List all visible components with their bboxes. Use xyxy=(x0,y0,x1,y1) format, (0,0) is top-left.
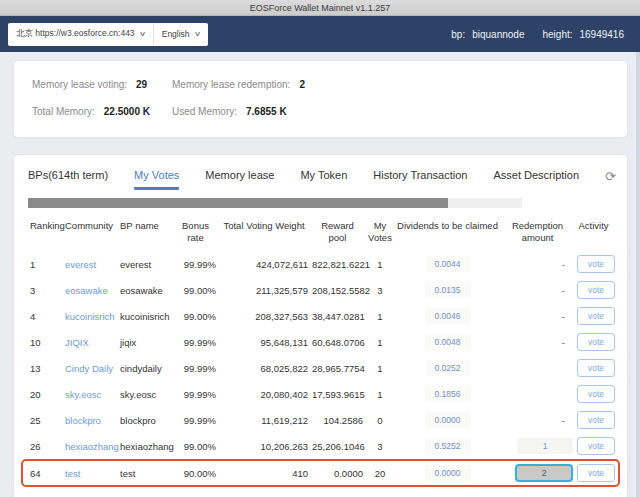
votes-card: BPs(614th term)My VotesMemory leaseMy To… xyxy=(13,154,628,497)
community-cell: everest xyxy=(63,259,118,270)
table-row: 4kucoinisrichkucoinisrich99.00%208,327,5… xyxy=(28,303,613,329)
column-header: Dividends to be claimed xyxy=(395,220,500,232)
column-header: Total Voting Weight xyxy=(218,220,310,232)
reward-pool-cell: 104.2586 xyxy=(310,415,365,426)
tab-bps-614th-term[interactable]: BPs(614th term) xyxy=(28,169,108,190)
node-select-value: 北京 https://w3.eosforce.cn:443 xyxy=(16,28,135,40)
dividends-cell: 0.0000 xyxy=(395,465,500,481)
dividends-value[interactable]: 0.0048 xyxy=(425,334,471,350)
reward-pool-cell: 25,206.1046 xyxy=(310,441,365,452)
activity-cell: vote xyxy=(575,385,612,403)
column-header: Activity xyxy=(575,220,612,232)
tab-memory-lease[interactable]: Memory lease xyxy=(205,169,274,190)
dividends-value[interactable]: 0.5252 xyxy=(425,438,471,454)
community-link[interactable]: kucoinisrich xyxy=(65,311,115,322)
total-voting-weight-cell: 424,072,611 xyxy=(218,259,310,270)
memory-info-value: 29 xyxy=(136,79,147,90)
table-row: 3eosawakeeosawake99.00%211,325,579208,15… xyxy=(28,277,613,303)
table-header-row: RankingCommunityBP nameBonus rateTotal V… xyxy=(28,220,613,244)
vote-button[interactable]: vote xyxy=(577,411,615,429)
memory-info-row: Memory lease voting:29Memory lease redem… xyxy=(32,71,609,98)
redemption-cell: - xyxy=(500,311,575,322)
scrollbar[interactable] xyxy=(636,52,640,497)
community-link[interactable]: hexiaozhang xyxy=(65,441,119,452)
node-select[interactable]: 北京 https://w3.eosforce.cn:443 ∨ xyxy=(8,23,153,46)
table-row: 26hexiaozhanghexiaozhang99.00%10,206,263… xyxy=(28,433,613,459)
dividends-value[interactable]: 0.0135 xyxy=(425,282,471,298)
bp-name-cell: test xyxy=(118,468,173,479)
vote-button[interactable]: vote xyxy=(577,255,615,273)
redemption-dash: - xyxy=(562,337,573,348)
ranking-cell: 4 xyxy=(28,311,63,322)
dividends-cell: 0.5252 xyxy=(395,438,500,454)
redemption-dash: - xyxy=(562,285,573,296)
window-titlebar: EOSForce Wallet Mainnet v1.1.257 xyxy=(0,0,640,16)
column-header: Community xyxy=(63,220,118,232)
vote-button[interactable]: vote xyxy=(577,385,615,403)
dividends-value[interactable]: 0.0000 xyxy=(425,412,471,428)
bonus-rate-cell: 99.99% xyxy=(173,389,218,400)
bp-status: bp: biquannode xyxy=(451,29,524,40)
reward-pool-cell: 208,152.5582 xyxy=(310,285,365,296)
bonus-rate-cell: 99.00% xyxy=(173,285,218,296)
bp-name-cell: everest xyxy=(118,259,173,270)
memory-info-label: Total Memory: xyxy=(32,106,95,117)
height-status: height: 16949416 xyxy=(542,29,624,40)
vote-button[interactable]: vote xyxy=(577,359,615,377)
dividends-cell: 0.0048 xyxy=(395,334,500,350)
dividends-cell: 0.0000 xyxy=(395,412,500,428)
memory-info-pair: Memory lease voting:29 xyxy=(32,79,172,90)
community-link[interactable]: Cindy Daily xyxy=(65,363,113,374)
tab-my-votes[interactable]: My Votes xyxy=(134,169,179,190)
memory-info-label: Memory lease redemption: xyxy=(172,79,290,90)
redemption-amount[interactable]: 1 xyxy=(517,438,573,454)
community-link[interactable]: eosawake xyxy=(65,285,108,296)
ranking-cell: 20 xyxy=(28,389,63,400)
dividends-value[interactable]: 0.0046 xyxy=(425,308,471,324)
column-header: Ranking xyxy=(28,220,63,232)
reward-pool-cell: 0.0000 xyxy=(310,468,365,479)
dividends-value[interactable]: 0.1856 xyxy=(425,386,471,402)
memory-info-label: Used Memory: xyxy=(172,106,237,117)
bp-name-cell: hexiaozhang xyxy=(118,441,173,452)
tab-my-token[interactable]: My Token xyxy=(300,169,347,190)
bp-name-cell: sky.eosc xyxy=(118,389,173,400)
dividends-cell: 0.0252 xyxy=(395,360,500,376)
vote-button[interactable]: vote xyxy=(577,333,615,351)
tab-history-transaction[interactable]: History Transaction xyxy=(373,169,467,190)
memory-info-value: 22.5000 K xyxy=(104,106,150,117)
ranking-cell: 3 xyxy=(28,285,63,296)
reward-pool-cell: 28,965.7754 xyxy=(310,363,365,374)
activity-cell: vote xyxy=(575,333,612,351)
vote-button[interactable]: vote xyxy=(577,437,615,455)
dividends-value[interactable]: 0.0044 xyxy=(425,256,471,272)
progress-fill xyxy=(28,198,448,208)
dividends-value[interactable]: 0.0252 xyxy=(425,360,471,376)
my-votes-cell: 0 xyxy=(365,415,395,426)
total-voting-weight-cell: 208,327,563 xyxy=(218,311,310,322)
tab-asset-description[interactable]: Asset Description xyxy=(493,169,579,190)
column-header: Redemption amount xyxy=(500,220,575,244)
vote-button[interactable]: vote xyxy=(577,464,615,482)
vote-button[interactable]: vote xyxy=(577,281,615,299)
community-link[interactable]: test xyxy=(65,468,80,479)
redemption-cell: 1 xyxy=(500,438,575,454)
dividends-value[interactable]: 0.0000 xyxy=(425,465,471,481)
redemption-amount-selected[interactable]: 2 xyxy=(515,464,573,482)
my-votes-cell: 1 xyxy=(365,389,395,400)
redemption-dash: - xyxy=(562,259,573,270)
dividends-cell: 0.0135 xyxy=(395,282,500,298)
height-value: 16949416 xyxy=(580,29,625,40)
ranking-cell: 26 xyxy=(28,441,63,452)
memory-rows: Memory lease voting:29Memory lease redem… xyxy=(32,71,609,125)
refresh-icon[interactable]: ⟳ xyxy=(605,169,616,183)
memory-info-pair: Total Memory:22.5000 K xyxy=(32,106,172,117)
my-votes-cell: 1 xyxy=(365,259,395,270)
vote-button[interactable]: vote xyxy=(577,307,615,325)
total-voting-weight-cell: 68,025,822 xyxy=(218,363,310,374)
community-link[interactable]: JIQIX xyxy=(65,337,89,348)
community-link[interactable]: blockpro xyxy=(65,415,101,426)
community-link[interactable]: sky.eosc xyxy=(65,389,101,400)
language-select[interactable]: English ∨ xyxy=(153,23,208,46)
community-link[interactable]: everest xyxy=(65,259,96,270)
